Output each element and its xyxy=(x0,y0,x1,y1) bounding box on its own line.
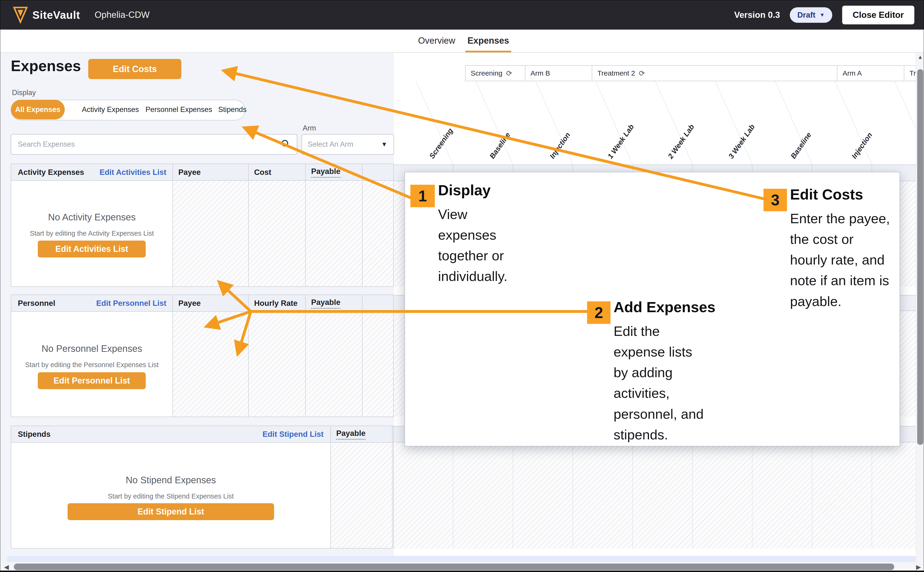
toggle-activity-expenses[interactable]: Activity Expenses xyxy=(82,100,139,119)
personnel-table-body: No Personnel Expenses Start by editing t… xyxy=(11,312,393,417)
arm-filter-label: Arm xyxy=(303,124,316,132)
visit-label: Baseline xyxy=(789,131,813,160)
visit-label: Injection xyxy=(850,131,874,160)
window-bottom-edge xyxy=(0,570,924,572)
column-header-hourly-rate: Hourly Rate xyxy=(254,295,298,311)
visit-label: Screening xyxy=(428,127,455,160)
edit-personnel-list-link[interactable]: Edit Personnel List xyxy=(96,295,166,311)
grid-stipends-body-cells xyxy=(394,443,916,549)
stipends-table-title: Stipends xyxy=(18,426,50,442)
arm-header-arm-b: Arm B xyxy=(525,65,592,81)
stipends-table: Stipends Edit Stipend List Payable No St… xyxy=(11,426,394,549)
edit-activities-list-button[interactable]: Edit Activities List xyxy=(38,241,146,258)
stipends-empty-title: No Stipend Expenses xyxy=(11,475,330,485)
arm-header-treatment-2: Treatment 2 ⟳ xyxy=(592,65,837,81)
activity-table-header: Activity Expenses Edit Activities List P… xyxy=(11,164,393,181)
callout-3-title: Edit Costs xyxy=(790,186,863,203)
personnel-table-header: Personnel Edit Personnel List Payee Hour… xyxy=(11,295,393,312)
display-label: Display xyxy=(12,89,36,97)
callout-3-number: 3 xyxy=(763,189,787,211)
visit-label: 3 Week Lab xyxy=(727,123,757,160)
callout-3-body: Enter the payee, the cost or hourly rate… xyxy=(790,208,891,312)
caret-down-icon: ▼ xyxy=(820,12,825,18)
draft-status-label: Draft xyxy=(797,11,815,19)
active-tab-indicator xyxy=(465,51,511,52)
sitevault-expense-editor-window: SiteVault Ophelia-CDW Version 0.3 Draft … xyxy=(0,0,924,572)
page-title: Expenses xyxy=(11,57,81,75)
search-icon xyxy=(281,139,291,150)
visit-label: Injection xyxy=(548,131,572,160)
callout-1-number: 1 xyxy=(410,185,435,207)
visit-header-area: Screening Baseline Injection 1 Week Lab … xyxy=(394,81,916,165)
arm-select-dropdown[interactable]: Select An Arm ▼ xyxy=(301,134,394,155)
tab-bar: Overview Expenses xyxy=(0,30,924,53)
search-expenses-input[interactable] xyxy=(17,140,281,149)
version-label: Version 0.3 xyxy=(734,10,780,20)
stipends-empty-subtitle: Start by editing the Stipend Expenses Li… xyxy=(11,493,330,500)
activity-empty-subtitle: Start by editing the Activity Expenses L… xyxy=(11,230,172,237)
column-header-cost: Cost xyxy=(254,164,271,180)
column-header-payable: Payable xyxy=(336,426,366,442)
brand-name: SiteVault xyxy=(33,9,80,21)
stipends-table-body: No Stipend Expenses Start by editing the… xyxy=(11,443,393,548)
callout-1-title: Display xyxy=(438,182,491,199)
column-header-payee: Payee xyxy=(178,295,201,311)
cycle-icon: ⟳ xyxy=(506,69,512,78)
personnel-empty-title: No Personnel Expenses xyxy=(11,344,172,354)
grid-footer-band xyxy=(7,556,916,562)
toggle-stipends[interactable]: Stipends xyxy=(218,100,247,119)
edit-personnel-list-button[interactable]: Edit Personnel List xyxy=(38,372,146,389)
sitevault-logo-icon xyxy=(13,6,28,23)
personnel-empty-state: No Personnel Expenses Start by editing t… xyxy=(11,312,172,417)
edit-activities-list-link[interactable]: Edit Activities List xyxy=(99,164,166,180)
horizontal-scrollbar-thumb[interactable] xyxy=(14,564,894,570)
arm-header-screening: Screening ⟳ xyxy=(465,65,526,81)
search-box xyxy=(11,134,297,155)
callout-2-title: Add Expenses xyxy=(614,298,715,316)
callout-2-body: Edit the expense lists by adding activit… xyxy=(614,321,707,445)
tab-overview[interactable]: Overview xyxy=(413,30,460,52)
toggle-all-expenses[interactable]: All Expenses xyxy=(11,100,65,120)
draft-status-dropdown[interactable]: Draft ▼ xyxy=(790,7,832,23)
display-toggle-group: All Expenses Activity Expenses Personnel… xyxy=(11,100,245,120)
annotation-panel: 1 Display View expenses together or indi… xyxy=(405,172,900,446)
toggle-personnel-expenses[interactable]: Personnel Expenses xyxy=(146,100,212,119)
visit-label: 2 Week Lab xyxy=(667,123,696,160)
personnel-expenses-table: Personnel Edit Personnel List Payee Hour… xyxy=(11,295,394,417)
visit-label: 1 Week Lab xyxy=(606,123,636,160)
visit-label: Baseline xyxy=(488,131,512,160)
column-header-payee: Payee xyxy=(178,164,201,180)
callout-2-number: 2 xyxy=(587,302,611,324)
study-name: Ophelia-CDW xyxy=(95,10,149,20)
arm-header-truncated: Tr xyxy=(904,65,916,81)
scroll-left-icon[interactable]: ◀ xyxy=(4,563,9,571)
activity-empty-state: No Activity Expenses Start by editing th… xyxy=(11,181,172,286)
personnel-table-title: Personnel xyxy=(18,295,55,311)
callout-1-body: View expenses together or individually. xyxy=(438,204,522,287)
cycle-icon: ⟳ xyxy=(639,69,645,78)
arm-header-arm-a: Arm A xyxy=(837,65,904,81)
close-editor-button[interactable]: Close Editor xyxy=(842,6,915,25)
activity-empty-title: No Activity Expenses xyxy=(11,212,172,222)
edit-stipend-list-button[interactable]: Edit Stipend List xyxy=(68,503,274,520)
edit-stipend-list-link[interactable]: Edit Stipend List xyxy=(262,426,324,442)
stipends-empty-state: No Stipend Expenses Start by editing the… xyxy=(11,443,330,548)
vertical-scrollbar-thumb[interactable] xyxy=(917,69,923,445)
tab-expenses[interactable]: Expenses xyxy=(467,30,509,52)
activity-table-title: Activity Expenses xyxy=(18,164,84,180)
caret-down-icon: ▼ xyxy=(381,141,388,148)
column-header-payable: Payable xyxy=(311,164,341,180)
scroll-right-icon[interactable]: ▶ xyxy=(916,563,921,571)
vertical-scrollbar[interactable]: ▲ xyxy=(916,52,924,563)
stipends-table-header: Stipends Edit Stipend List Payable xyxy=(11,426,393,443)
column-header-payable: Payable xyxy=(311,295,341,311)
arm-select-value: Select An Arm xyxy=(308,140,381,149)
edit-costs-button[interactable]: Edit Costs xyxy=(88,59,181,79)
activity-table-body: No Activity Expenses Start by editing th… xyxy=(11,181,393,286)
horizontal-scrollbar[interactable]: ◀ ▶ xyxy=(0,563,924,571)
activity-expenses-table: Activity Expenses Edit Activities List P… xyxy=(11,163,394,287)
top-bar: SiteVault Ophelia-CDW Version 0.3 Draft … xyxy=(0,0,924,30)
scroll-up-icon[interactable]: ▲ xyxy=(918,54,923,60)
personnel-empty-subtitle: Start by editing the Personnel Expenses … xyxy=(11,361,172,369)
